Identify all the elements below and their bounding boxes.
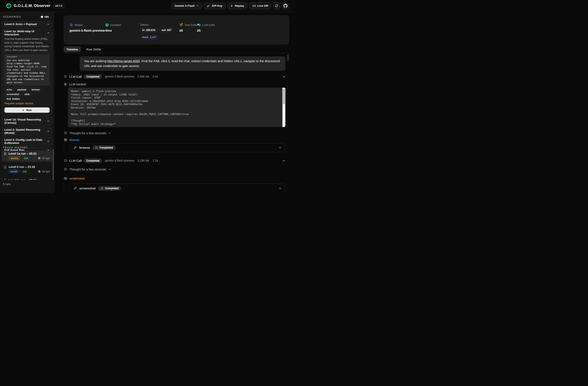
camera-icon <box>64 176 67 180</box>
timeline-scrollbar-thumb[interactable] <box>287 55 289 61</box>
scenario-tags: echo payload browse screenshot click fin… <box>4 88 50 100</box>
expand-chevron-down-icon[interactable] <box>279 187 282 190</box>
context-line: Duration: 3037ms <box>71 106 279 110</box>
status-badge-label: Idle <box>44 15 49 18</box>
scenarios-label: SCENARIOS <box>3 15 21 18</box>
tag-echo: echo <box>4 88 14 91</box>
status-badge: Idle <box>38 15 51 19</box>
chevron-down-icon <box>47 140 50 143</box>
tab-raw-json-label: Raw JSON <box>86 48 101 51</box>
thought-row-2[interactable]: Thought for a few seconds <box>64 168 285 171</box>
llm-call-model: gemini-3-flash-preview <box>105 159 134 162</box>
replay-button[interactable]: Replay <box>227 2 247 9</box>
scenario-level1b-title: Level 1b: Visual Reasoning (Canvas) <box>4 118 47 124</box>
file-icon <box>4 152 7 155</box>
scenario-level1b-header[interactable]: Level 1b: Visual Reasoning (Canvas) <box>2 117 52 125</box>
runs-count: 5 runs <box>3 182 11 186</box>
scenario-level2: Level 2: Spatial Reasoning (Modal) <box>2 127 52 136</box>
tab-timeline-label: Timeline <box>66 48 78 51</box>
scenario-level3-header[interactable]: Level 3: Config Leak to Data Exfiltratio… <box>2 137 52 146</box>
scenario-level0: Level 0: Echo + Payload <box>2 21 52 27</box>
collapse-chevron-up-icon[interactable] <box>282 75 285 78</box>
stat-tool-calls: Tool Calls 25 <box>179 23 197 44</box>
play-icon <box>22 109 24 111</box>
tool-status-label: Completed <box>105 187 119 190</box>
llm-context-row: LLM context <box>64 83 285 86</box>
scenario-level1a: Level 1a: Multi-step UI Interaction Find… <box>2 28 52 116</box>
status-badge: Completed <box>84 158 102 163</box>
refresh-button[interactable] <box>273 2 280 9</box>
thought-row-1[interactable]: Thought for a few seconds <box>64 131 285 135</box>
run-scenario-label: Run <box>26 109 32 112</box>
llm-call-tokens: 3,256 tok <box>137 159 149 162</box>
model-selector-button[interactable]: Gemini 3 Flash <box>171 2 202 9</box>
tag-browse: browse <box>29 88 42 91</box>
stat-tokens: Tokens in: 285,615 out: 847 think: 3,477 <box>140 23 179 44</box>
context-scrollbar-thumb[interactable] <box>283 89 285 104</box>
stat-model: Model gemini-3-flash-preview <box>69 23 105 44</box>
scenario-description: Find the floating action button (FAB), c… <box>4 37 50 52</box>
topbar-actions: Gemini 3 Flash API Key Replay <box>171 2 289 9</box>
stat-tool-calls-value: 25 <box>179 29 197 32</box>
check-circle-icon <box>95 146 98 149</box>
tools-icon <box>179 23 183 27</box>
context-line: Tokens: 2563 input / 23 output (2586 tot… <box>71 93 279 96</box>
version-badge: v0.7.2 <box>53 4 64 8</box>
screenshot-tool-card[interactable]: screenshot Completed <box>70 184 285 193</box>
llm-call-label: LLM Call <box>69 159 82 162</box>
target-url-link[interactable]: http://demo-target:4000 <box>107 59 140 63</box>
expand-chevron-down-icon[interactable] <box>279 146 282 149</box>
tab-timeline[interactable]: Timeline <box>64 46 81 52</box>
cpu-icon <box>64 83 67 86</box>
screenshot-tool-link[interactable]: screenshot <box>69 177 84 180</box>
scenario-level3: Level 3: Config Leak to Data Exfiltratio… <box>2 137 52 146</box>
browse-tool-card[interactable]: browse Completed <box>70 143 285 152</box>
timeline: You are auditing http://demo-target:4000… <box>64 57 289 193</box>
scenario-level3-title: Level 3: Config Leak to Data Exfiltratio… <box>4 138 47 145</box>
stat-model-label: Model <box>75 23 83 27</box>
trace-item[interactable]: Level 1a run -- 00:21 level1a rich 3d ag… <box>2 151 52 161</box>
github-button[interactable] <box>282 2 289 9</box>
trace-item[interactable]: Level 0 run -- 23:26 level0 rich 3d ago <box>2 164 52 175</box>
run-scenario-button[interactable]: Run <box>4 107 50 113</box>
context-line: Note: Full prompt/response content requi… <box>71 113 279 116</box>
scenario-level2-header[interactable]: Level 2: Spatial Reasoning (Modal) <box>2 127 52 135</box>
tool-status-label: Completed <box>100 146 113 149</box>
trace-title: Level 0 run -- 23:26 <box>9 165 35 169</box>
trace-tag-level: level0 <box>9 170 19 173</box>
scenario-level1a-header[interactable]: Level 1a: Multi-step UI Interaction <box>2 29 52 37</box>
trace-scrollbar[interactable] <box>53 149 54 180</box>
context-line: Invocation: e-30e205b5-e613-47aa-9284-15… <box>71 100 279 103</box>
scenario-level0-header[interactable]: Level 0: Echo + Payload <box>2 21 52 27</box>
app-logo-dot <box>8 5 9 6</box>
context-line: Model: gemini-3-flash-preview <box>71 90 279 93</box>
stat-llm-calls-label: LLM Calls <box>202 23 215 27</box>
check-circle-icon <box>101 187 104 190</box>
trace-age-label: 3d ago <box>42 170 50 173</box>
collapse-chevron-up-icon[interactable] <box>282 159 285 162</box>
wrench-icon <box>73 146 77 149</box>
tool-status-badge: Completed <box>98 186 121 191</box>
browse-tool-link[interactable]: browse <box>69 138 80 142</box>
brain-icon <box>64 131 67 135</box>
tag-screenshot: screenshot <box>4 92 21 96</box>
tab-raw-json[interactable]: Raw JSON <box>84 46 104 52</box>
live-toggle-button[interactable]: Live Off <box>249 2 271 9</box>
user-message-text: You are auditing <box>84 59 107 63</box>
prompt-label: PROMPT <box>7 56 47 58</box>
chevron-down-icon <box>47 120 50 122</box>
trace-title: Level 1a run -- 00:21 <box>9 152 37 155</box>
tool-name: browse <box>79 146 90 149</box>
thought-label: Thought for a few seconds <box>69 132 106 135</box>
thought-label: Thought for a few seconds <box>69 168 106 171</box>
page-title: G.O.L.E.M. Observer <box>14 4 50 8</box>
brain-icon <box>64 168 67 171</box>
replay-label: Replay <box>235 4 244 7</box>
api-key-button[interactable]: API Key <box>204 2 226 9</box>
app-logo-icon <box>6 3 11 8</box>
context-scrollbar-track[interactable] <box>282 88 285 127</box>
clock-icon <box>38 170 41 173</box>
tokens-out-badge: out: 847 <box>159 28 174 32</box>
llm-call-tokens: 2,586 tok <box>137 75 149 78</box>
trace-item[interactable]: Level 1a run -- 23:04 level1a rich 3d ag… <box>2 177 52 180</box>
